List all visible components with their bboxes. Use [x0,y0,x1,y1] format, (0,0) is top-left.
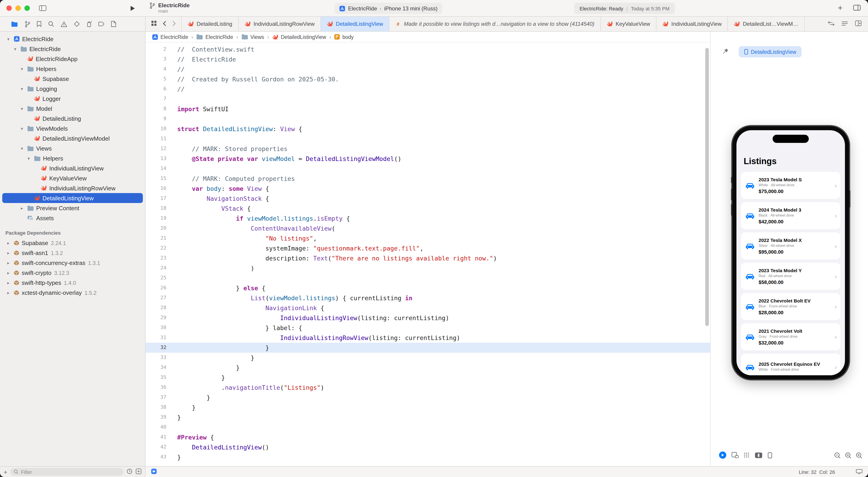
disclosure-triangle[interactable]: ▸ [5,290,11,295]
minimize-window-button[interactable] [16,5,21,11]
scm-status-filter-button[interactable] [135,469,142,475]
code-line-17[interactable]: 17 NavigationStack { [146,193,710,204]
code-line-11[interactable]: 11 [146,134,710,144]
code-line-43[interactable]: 43} [146,452,710,462]
tree-item-electricride[interactable]: ▾ElectricRide [0,34,145,44]
code-line-14[interactable]: 14 [146,164,710,174]
code-line-7[interactable]: 7 [146,94,710,104]
toggle-navigator-button[interactable] [39,5,46,13]
code-line-35[interactable]: 35 } [146,372,710,383]
code-line-31[interactable]: 31 IndividualListingRowView(listing: cur… [146,333,710,343]
line-number[interactable]: 32 [146,343,166,353]
line-number[interactable]: 38 [146,403,166,412]
disclosure-triangle[interactable]: ▸ [5,280,11,285]
breakpoints-button[interactable] [151,469,157,475]
line-number[interactable]: 43 [146,452,166,462]
listing-row-2024-tesla-model-3[interactable]: 2024 Tesla Model 3Black · All-wheel driv… [741,202,840,229]
listing-row-2023-tesla-model-s[interactable]: 2023 Tesla Model SWhite · All-wheel driv… [741,172,840,199]
code-text[interactable]: } [166,363,240,372]
code-text[interactable]: VStack { [166,204,251,213]
code-line-16[interactable]: 16 var body: some View { [146,184,710,193]
line-number[interactable]: 30 [146,323,166,333]
code-line-6[interactable]: 6// [146,84,710,94]
code-text[interactable]: NavigationLink { [166,303,324,313]
code-line-37[interactable]: 37 } [146,392,710,403]
disclosure-triangle[interactable]: ▾ [19,146,25,151]
tree-item-helpers[interactable]: ▾Helpers [0,64,145,74]
code-line-32[interactable]: 32 } [146,343,710,353]
source-control-navigator-button[interactable] [24,21,30,27]
go-back-button[interactable] [163,20,166,28]
package-swift-asn1[interactable]: ▸swift-asn11.3.2 [0,248,145,258]
tree-item-keyvalueview[interactable]: KeyValueView [0,173,145,183]
code-text[interactable]: } label: { [166,323,302,333]
tab-individuallistingview[interactable]: IndividualListingView [656,17,728,31]
code-line-27[interactable]: 27 List(viewModel.listings) { currentLis… [146,293,710,303]
line-number[interactable]: 6 [146,84,166,94]
package-swift-crypto[interactable]: ▸swift-crypto3.12.3 [0,268,145,278]
pin-preview-button[interactable] [722,48,729,56]
code-line-39[interactable]: 39} [146,412,710,422]
code-line-19[interactable]: 19 if viewModel.listings.isEmpty { [146,213,710,223]
tree-item-logger[interactable]: Logger [0,94,145,103]
code-text[interactable]: List(viewModel.listings) { currentListin… [166,293,412,303]
line-number[interactable]: 41 [146,432,166,442]
tab-keyvalueview[interactable]: KeyValueView [601,17,657,31]
disclosure-triangle[interactable]: ▾ [12,46,18,51]
code-text[interactable]: #Preview { [166,432,214,442]
run-destination[interactable]: iPhone 13 mini (Russ) [384,5,437,11]
preview-screen[interactable]: Listings 2023 Tesla Model SWhite · All-w… [737,130,845,375]
code-text[interactable]: IndividualListingRowView(listing: curren… [166,333,460,343]
code-line-15[interactable]: 15 // MARK: Computed properties [146,174,710,184]
code-line-22[interactable]: 22 systemImage: "questionmark.text.page.… [146,243,710,253]
code-text[interactable]: // MARK: Stored properties [166,144,287,154]
add-button[interactable] [837,4,843,12]
line-number[interactable]: 35 [146,372,166,383]
disclosure-triangle[interactable]: ▾ [5,36,11,41]
report-navigator-button[interactable] [111,21,116,27]
live-preview-button[interactable] [719,451,726,459]
code-line-20[interactable]: 20 ContentUnavailableView( [146,223,710,233]
find-navigator-button[interactable] [48,21,54,27]
tab-detailedlistingview[interactable]: DetailedListingView [321,17,390,31]
code-line-12[interactable]: 12 // MARK: Stored properties [146,144,710,154]
line-number[interactable]: 5 [146,74,166,84]
code-line-21[interactable]: 21 "No listings", [146,233,710,243]
code-text[interactable] [166,94,177,104]
code-text[interactable]: } [166,412,181,422]
code-text[interactable]: DetailedListingView() [166,442,269,452]
line-number[interactable]: 28 [146,303,166,313]
line-number[interactable]: 16 [146,184,166,193]
breadcrumb-body[interactable]: Pbody [334,34,354,40]
listing-row-2022-chevrolet-bolt-ev[interactable]: 2022 Chevrolet Bolt EVBlue · Front-wheel… [741,293,840,320]
disclosure-triangle[interactable]: ▾ [19,106,25,111]
bookmark-navigator-button[interactable] [37,21,41,27]
filter-field[interactable]: Filter [10,468,123,476]
tree-item-individuallistingview[interactable]: IndividualListingView [0,163,145,173]
disclosure-triangle[interactable]: ▸ [5,250,11,255]
tree-item-supabase[interactable]: Supabase [0,74,145,84]
code-line-5[interactable]: 5// Created by Russell Gordon on 2025-05… [146,74,710,84]
line-number[interactable]: 24 [146,263,166,273]
code-text[interactable]: // MARK: Computed properties [166,174,295,184]
package-supabase[interactable]: ▸Supabase2.24.1 [0,238,145,248]
line-number[interactable]: 20 [146,223,166,233]
tab-detailedlist-viewm[interactable]: DetailedList…ViewM… [728,17,804,31]
scheme-selector[interactable]: ElectricRide › iPhone 13 mini (Russ) [335,3,442,14]
breadcrumb-detailedlistingview[interactable]: DetailedListingView [272,34,326,40]
code-line-23[interactable]: 23 description: Text("There are no listi… [146,253,710,263]
variants-button[interactable] [732,452,739,458]
line-number[interactable]: 42 [146,442,166,452]
line-number[interactable]: 17 [146,193,166,204]
tree-item-viewmodels[interactable]: ▾ViewModels [0,123,145,133]
line-number[interactable]: 9 [146,114,166,124]
code-text[interactable] [166,164,177,174]
line-number[interactable]: 4 [146,64,166,74]
code-text[interactable]: import SwiftUI [166,104,229,114]
listing-row-2022-tesla-model-x[interactable]: 2022 Tesla Model XSilver · All-wheel dri… [741,232,840,260]
code-text[interactable]: description: Text("There are no listings… [166,253,497,263]
display-button[interactable] [856,469,863,475]
code-line-13[interactable]: 13 @State private var viewModel = Detail… [146,154,710,164]
code-line-28[interactable]: 28 NavigationLink { [146,303,710,313]
line-number[interactable]: 26 [146,283,166,293]
